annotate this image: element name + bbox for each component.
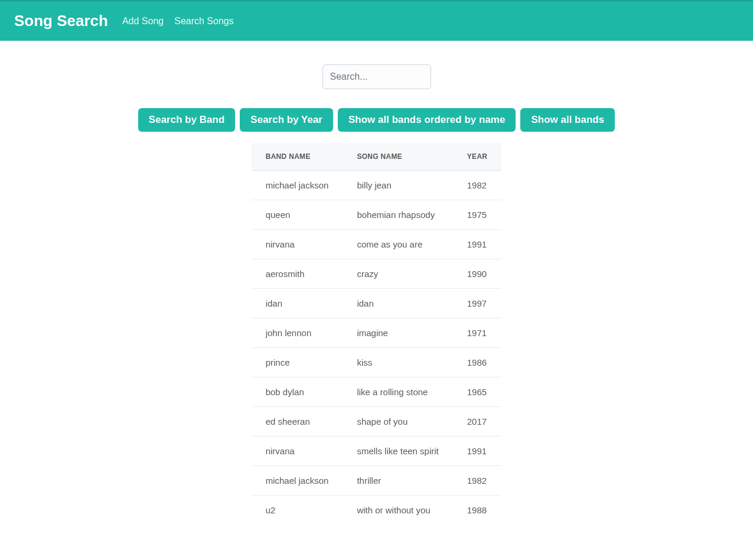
navbar-link-add-song[interactable]: Add Song (122, 16, 164, 27)
cell-year: 1975 (453, 200, 502, 230)
cell-song: kiss (343, 348, 452, 377)
show-all-bands-ordered-button[interactable]: Show all bands ordered by name (338, 108, 516, 132)
table-header-band: BAND NAME (251, 143, 343, 171)
table-row: michael jacksonthriller1982 (251, 466, 502, 496)
main-container: Search by Band Search by Year Show all b… (52, 64, 702, 525)
cell-song: thriller (343, 466, 452, 496)
navbar-brand[interactable]: Song Search (14, 12, 108, 30)
table-row: nirvanasmells like teen spirit1991 (251, 437, 502, 466)
cell-song: with or without you (343, 496, 452, 525)
table-row: john lennonimagine1971 (251, 318, 502, 348)
cell-year: 1991 (453, 437, 502, 466)
cell-year: 1982 (453, 171, 502, 200)
cell-year: 1990 (453, 259, 502, 289)
table-row: aerosmithcrazy1990 (251, 259, 502, 289)
cell-song: imagine (343, 318, 452, 348)
navbar-links: Add Song Search Songs (122, 16, 234, 27)
cell-song: shape of you (343, 407, 452, 437)
cell-song: billy jean (343, 171, 452, 200)
cell-band: michael jackson (251, 466, 343, 496)
show-all-bands-button[interactable]: Show all bands (520, 108, 615, 132)
search-input[interactable] (322, 64, 431, 89)
table-header-year: YEAR (453, 143, 502, 171)
cell-song: smells like teen spirit (343, 437, 452, 466)
cell-song: bohemian rhapsody (343, 200, 452, 230)
search-wrap (64, 64, 690, 89)
table-wrap: BAND NAME SONG NAME YEAR michael jackson… (64, 142, 690, 525)
cell-year: 1982 (453, 466, 502, 496)
cell-year: 1971 (453, 318, 502, 348)
cell-year: 2017 (453, 407, 502, 437)
table-row: idanidan1997 (251, 289, 502, 318)
cell-band: u2 (251, 496, 343, 525)
table-row: michael jacksonbilly jean1982 (251, 171, 502, 200)
table-row: queenbohemian rhapsody1975 (251, 200, 502, 230)
table-row: bob dylanlike a rolling stone1965 (251, 377, 502, 407)
cell-year: 1986 (453, 348, 502, 377)
cell-song: like a rolling stone (343, 377, 452, 407)
button-row: Search by Band Search by Year Show all b… (64, 108, 690, 132)
cell-band: prince (251, 348, 343, 377)
cell-band: idan (251, 289, 343, 318)
cell-band: queen (251, 200, 343, 230)
table-row: nirvanacome as you are1991 (251, 230, 502, 259)
cell-band: michael jackson (251, 171, 343, 200)
navbar-link-search-songs[interactable]: Search Songs (174, 16, 234, 27)
table-header-song: SONG NAME (343, 143, 452, 171)
cell-band: bob dylan (251, 377, 343, 407)
search-by-band-button[interactable]: Search by Band (138, 108, 236, 132)
cell-band: john lennon (251, 318, 343, 348)
cell-year: 1997 (453, 289, 502, 318)
cell-band: nirvana (251, 230, 343, 259)
cell-year: 1991 (453, 230, 502, 259)
cell-year: 1965 (453, 377, 502, 407)
table-row: princekiss1986 (251, 348, 502, 377)
table-row: ed sheeranshape of you2017 (251, 407, 502, 437)
table-row: u2with or without you1988 (251, 496, 502, 525)
cell-year: 1988 (453, 496, 502, 525)
cell-song: idan (343, 289, 452, 318)
cell-band: ed sheeran (251, 407, 343, 437)
songs-table: BAND NAME SONG NAME YEAR michael jackson… (251, 142, 503, 525)
cell-band: nirvana (251, 437, 343, 466)
cell-song: come as you are (343, 230, 452, 259)
cell-band: aerosmith (251, 259, 343, 289)
navbar: Song Search Add Song Search Songs (0, 0, 753, 41)
search-by-year-button[interactable]: Search by Year (240, 108, 333, 132)
cell-song: crazy (343, 259, 452, 289)
